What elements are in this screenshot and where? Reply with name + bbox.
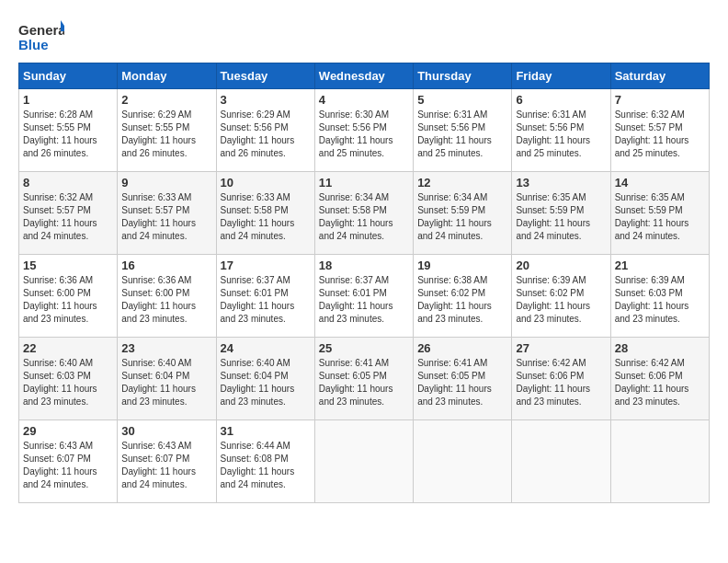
calendar-day-cell: 23Sunrise: 6:40 AM Sunset: 6:04 PM Dayli… <box>118 338 216 420</box>
day-info: Sunrise: 6:32 AM Sunset: 5:57 PM Dayligh… <box>615 109 705 160</box>
calendar-week-row: 29Sunrise: 6:43 AM Sunset: 6:07 PM Dayli… <box>19 420 710 503</box>
logo-text: General Blue <box>18 18 57 53</box>
day-number: 22 <box>23 341 113 355</box>
day-info: Sunrise: 6:32 AM Sunset: 5:57 PM Dayligh… <box>23 191 113 243</box>
day-number: 21 <box>615 259 705 272</box>
day-number: 4 <box>319 93 409 107</box>
day-info: Sunrise: 6:44 AM Sunset: 6:08 PM Dayligh… <box>221 440 311 491</box>
calendar-day-cell: 2Sunrise: 6:29 AM Sunset: 5:55 PM Daylig… <box>118 89 216 172</box>
calendar-day-cell: 31Sunrise: 6:44 AM Sunset: 6:08 PM Dayli… <box>216 420 314 503</box>
day-info: Sunrise: 6:40 AM Sunset: 6:04 PM Dayligh… <box>121 357 211 408</box>
day-info: Sunrise: 6:31 AM Sunset: 5:56 PM Dayligh… <box>516 109 606 160</box>
calendar-day-cell: 19Sunrise: 6:38 AM Sunset: 6:02 PM Dayli… <box>414 255 512 338</box>
calendar-day-cell: 14Sunrise: 6:35 AM Sunset: 5:59 PM Dayli… <box>610 172 709 255</box>
calendar-day-header: Monday <box>118 63 216 89</box>
day-number: 17 <box>221 259 311 272</box>
day-number: 28 <box>615 341 705 355</box>
day-number: 25 <box>319 341 409 355</box>
calendar-day-cell: 16Sunrise: 6:36 AM Sunset: 6:00 PM Dayli… <box>118 255 216 338</box>
day-number: 24 <box>221 341 311 355</box>
day-number: 31 <box>221 424 311 438</box>
calendar-day-cell: 22Sunrise: 6:40 AM Sunset: 6:03 PM Dayli… <box>19 338 118 420</box>
day-info: Sunrise: 6:40 AM Sunset: 6:04 PM Dayligh… <box>221 357 311 408</box>
calendar-day-cell: 3Sunrise: 6:29 AM Sunset: 5:56 PM Daylig… <box>216 89 314 172</box>
day-info: Sunrise: 6:43 AM Sunset: 6:07 PM Dayligh… <box>121 440 211 491</box>
calendar-body: 1Sunrise: 6:28 AM Sunset: 5:55 PM Daylig… <box>19 89 710 503</box>
day-number: 2 <box>121 93 211 107</box>
calendar-day-cell: 4Sunrise: 6:30 AM Sunset: 5:56 PM Daylig… <box>314 89 413 172</box>
calendar-day-cell: 13Sunrise: 6:35 AM Sunset: 5:59 PM Dayli… <box>512 172 610 255</box>
calendar-day-cell: 27Sunrise: 6:42 AM Sunset: 6:06 PM Dayli… <box>512 338 610 420</box>
calendar-day-cell: 12Sunrise: 6:34 AM Sunset: 5:59 PM Dayli… <box>414 172 512 255</box>
page-header: General Blue <box>18 18 710 53</box>
day-info: Sunrise: 6:33 AM Sunset: 5:58 PM Dayligh… <box>221 191 311 243</box>
calendar-day-cell: 18Sunrise: 6:37 AM Sunset: 6:01 PM Dayli… <box>314 255 413 338</box>
calendar-day-cell <box>512 420 610 503</box>
day-number: 8 <box>23 176 113 190</box>
calendar-day-cell: 1Sunrise: 6:28 AM Sunset: 5:55 PM Daylig… <box>19 89 118 172</box>
day-number: 12 <box>417 176 507 190</box>
calendar-day-cell: 7Sunrise: 6:32 AM Sunset: 5:57 PM Daylig… <box>610 89 709 172</box>
day-info: Sunrise: 6:36 AM Sunset: 6:00 PM Dayligh… <box>121 274 211 326</box>
calendar-day-cell: 21Sunrise: 6:39 AM Sunset: 6:03 PM Dayli… <box>610 255 709 338</box>
calendar-week-row: 22Sunrise: 6:40 AM Sunset: 6:03 PM Dayli… <box>19 338 710 420</box>
day-number: 20 <box>516 259 606 272</box>
logo: General Blue <box>18 18 57 53</box>
calendar-day-header: Tuesday <box>216 63 314 89</box>
calendar-day-cell: 30Sunrise: 6:43 AM Sunset: 6:07 PM Dayli… <box>118 420 216 503</box>
day-number: 14 <box>615 176 705 190</box>
day-info: Sunrise: 6:37 AM Sunset: 6:01 PM Dayligh… <box>221 274 311 326</box>
calendar-day-cell: 15Sunrise: 6:36 AM Sunset: 6:00 PM Dayli… <box>19 255 118 338</box>
day-info: Sunrise: 6:38 AM Sunset: 6:02 PM Dayligh… <box>417 274 507 326</box>
day-info: Sunrise: 6:42 AM Sunset: 6:06 PM Dayligh… <box>516 357 606 408</box>
day-info: Sunrise: 6:40 AM Sunset: 6:03 PM Dayligh… <box>23 357 113 408</box>
calendar-day-header: Saturday <box>610 63 709 89</box>
day-info: Sunrise: 6:37 AM Sunset: 6:01 PM Dayligh… <box>319 274 409 326</box>
day-number: 11 <box>319 176 409 190</box>
calendar-day-cell: 28Sunrise: 6:42 AM Sunset: 6:06 PM Dayli… <box>610 338 709 420</box>
calendar-week-row: 8Sunrise: 6:32 AM Sunset: 5:57 PM Daylig… <box>19 172 710 255</box>
calendar-day-header: Friday <box>512 63 610 89</box>
calendar-day-cell: 20Sunrise: 6:39 AM Sunset: 6:02 PM Dayli… <box>512 255 610 338</box>
day-info: Sunrise: 6:28 AM Sunset: 5:55 PM Dayligh… <box>23 109 113 160</box>
calendar-day-cell: 10Sunrise: 6:33 AM Sunset: 5:58 PM Dayli… <box>216 172 314 255</box>
svg-text:General: General <box>18 22 64 38</box>
day-info: Sunrise: 6:29 AM Sunset: 5:56 PM Dayligh… <box>221 109 311 160</box>
day-number: 15 <box>23 259 113 272</box>
calendar-week-row: 15Sunrise: 6:36 AM Sunset: 6:00 PM Dayli… <box>19 255 710 338</box>
day-info: Sunrise: 6:43 AM Sunset: 6:07 PM Dayligh… <box>23 440 113 491</box>
day-number: 26 <box>417 341 507 355</box>
day-info: Sunrise: 6:34 AM Sunset: 5:59 PM Dayligh… <box>417 191 507 243</box>
day-number: 5 <box>417 93 507 107</box>
day-info: Sunrise: 6:36 AM Sunset: 6:00 PM Dayligh… <box>23 274 113 326</box>
day-info: Sunrise: 6:41 AM Sunset: 6:05 PM Dayligh… <box>417 357 507 408</box>
calendar-day-cell: 17Sunrise: 6:37 AM Sunset: 6:01 PM Dayli… <box>216 255 314 338</box>
calendar-day-header: Thursday <box>414 63 512 89</box>
day-number: 30 <box>121 424 211 438</box>
day-info: Sunrise: 6:35 AM Sunset: 5:59 PM Dayligh… <box>516 191 606 243</box>
day-number: 16 <box>121 259 211 272</box>
day-info: Sunrise: 6:41 AM Sunset: 6:05 PM Dayligh… <box>319 357 409 408</box>
day-number: 13 <box>516 176 606 190</box>
calendar-day-cell: 5Sunrise: 6:31 AM Sunset: 5:56 PM Daylig… <box>414 89 512 172</box>
day-info: Sunrise: 6:29 AM Sunset: 5:55 PM Dayligh… <box>121 109 211 160</box>
calendar-day-cell: 9Sunrise: 6:33 AM Sunset: 5:57 PM Daylig… <box>118 172 216 255</box>
day-info: Sunrise: 6:31 AM Sunset: 5:56 PM Dayligh… <box>417 109 507 160</box>
calendar-day-cell: 24Sunrise: 6:40 AM Sunset: 6:04 PM Dayli… <box>216 338 314 420</box>
day-info: Sunrise: 6:42 AM Sunset: 6:06 PM Dayligh… <box>615 357 705 408</box>
calendar-day-header: Wednesday <box>314 63 413 89</box>
day-info: Sunrise: 6:30 AM Sunset: 5:56 PM Dayligh… <box>319 109 409 160</box>
day-number: 23 <box>121 341 211 355</box>
day-info: Sunrise: 6:39 AM Sunset: 6:03 PM Dayligh… <box>615 274 705 326</box>
day-number: 1 <box>23 93 113 107</box>
day-number: 18 <box>319 259 409 272</box>
calendar-day-cell <box>414 420 512 503</box>
day-number: 9 <box>121 176 211 190</box>
day-number: 7 <box>615 93 705 107</box>
calendar-day-cell: 25Sunrise: 6:41 AM Sunset: 6:05 PM Dayli… <box>314 338 413 420</box>
calendar-header-row: SundayMondayTuesdayWednesdayThursdayFrid… <box>19 63 710 89</box>
day-info: Sunrise: 6:35 AM Sunset: 5:59 PM Dayligh… <box>615 191 705 243</box>
calendar-day-cell <box>314 420 413 503</box>
day-info: Sunrise: 6:39 AM Sunset: 6:02 PM Dayligh… <box>516 274 606 326</box>
calendar-day-cell: 29Sunrise: 6:43 AM Sunset: 6:07 PM Dayli… <box>19 420 118 503</box>
